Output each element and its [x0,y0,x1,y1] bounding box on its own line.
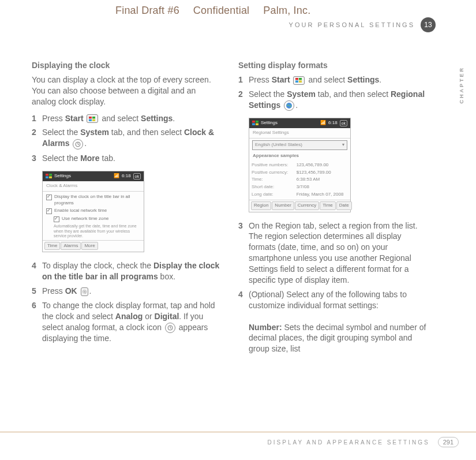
svg-rect-2 [89,119,92,121]
left-step3: Select the More tab. [42,153,222,164]
svg-rect-19 [252,121,255,123]
svg-rect-17 [299,81,302,83]
left-step2: Select the System tab, and then select C… [42,127,222,149]
ok-button-icon: ⓞ [81,287,88,296]
globe-icon [284,100,294,111]
left-step1: Press Start and select Settings. [42,113,222,124]
svg-rect-0 [89,117,92,119]
confidential-label: Confidential [193,5,249,17]
left-step4: To display the clock, check the Display … [42,260,222,282]
page-footer: DISPLAY AND APPEARANCE SETTINGS 291 [0,432,476,447]
right-step2: Select the System tab, and then select R… [249,89,429,111]
svg-rect-7 [46,174,48,176]
right-step3: On the Region tab, select a region from … [249,220,429,286]
svg-rect-3 [92,119,95,121]
footer-section-label: DISPLAY AND APPEARANCE SETTINGS [268,439,430,446]
page-number: 291 [438,437,459,447]
windows-flag-icon [293,76,305,85]
chapter-header: YOUR PERSONAL SETTINGS 13 [289,17,436,32]
clock-icon [73,139,83,149]
svg-rect-22 [256,124,258,126]
left-intro: You can display a clock at the top of ev… [32,74,222,107]
svg-rect-15 [299,78,302,80]
left-column: Displaying the clock You can display a c… [32,60,222,361]
screenshot-clock-alarms: Settings 📶6:18ok Clock & Alarms Display … [42,171,144,253]
draft-label: Final Draft #6 [115,5,179,17]
company-label: Palm, Inc. [263,5,310,17]
svg-rect-9 [46,176,48,178]
chapter-number-badge: 13 [421,17,436,32]
right-step1: Press Start and select Settings. [249,74,429,85]
svg-rect-8 [49,174,52,176]
svg-rect-20 [256,121,258,123]
analog-clock-icon [165,323,175,333]
svg-line-6 [78,144,79,145]
svg-rect-14 [295,78,298,80]
right-column: Setting display formats 1 Press Start an… [238,60,429,361]
right-step4: (Optional) Select any of the following t… [249,289,429,354]
left-step6: To change the clock display format, tap … [42,300,222,344]
svg-line-13 [170,328,171,328]
windows-flag-icon [87,114,98,123]
svg-rect-10 [49,176,52,178]
left-heading: Displaying the clock [32,60,222,71]
svg-rect-21 [252,124,255,126]
right-heading: Setting display formats [238,60,429,71]
left-step5: Press OK ⓞ. [42,286,222,297]
watermark-line: Final Draft #6 Confidential Palm, Inc. [115,5,459,17]
svg-rect-16 [295,81,298,83]
chapter-side-label: CHAPTER [459,66,464,104]
screenshot-regional-settings: Settings 📶6:18ok Regional Settings Engli… [249,118,351,212]
section-title: YOUR PERSONAL SETTINGS [289,21,415,28]
svg-rect-1 [92,117,95,119]
